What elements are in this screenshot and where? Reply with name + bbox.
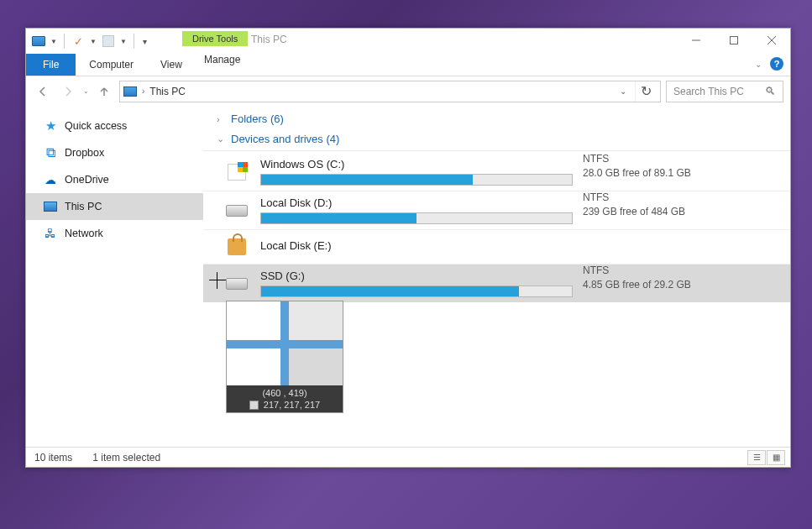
new-folder-icon[interactable] (101, 34, 116, 49)
sidebar-item-label: This PC (65, 201, 102, 212)
item-count: 10 items (34, 452, 72, 464)
chevron-down-icon: ⌄ (217, 134, 226, 144)
navigation-pane: ★ Quick access ⧉ Dropbox ☁ OneDrive This… (26, 106, 203, 447)
drive-name: Local Disk (D:) (260, 196, 777, 209)
star-icon: ★ (43, 118, 58, 134)
drive-free-space: 28.0 GB free of 89.1 GB (583, 167, 691, 179)
color-picker-zoom (227, 301, 343, 385)
expand-ribbon-icon[interactable]: ⌄ (755, 60, 762, 69)
quick-access-toolbar: ▼ ✓ ▼ ▼ ▾ (26, 34, 149, 49)
drive-filesystem: NTFS (583, 191, 685, 203)
os-drive-icon (225, 160, 249, 184)
usage-bar (260, 212, 573, 224)
forward-button[interactable] (58, 81, 78, 102)
chevron-right-icon: › (217, 114, 226, 124)
drive-filesystem: NTFS (583, 153, 691, 165)
color-picker-popup: (460 , 419) 217, 217, 217 (226, 301, 343, 413)
back-button[interactable] (33, 81, 53, 102)
window-controls (677, 29, 790, 52)
sidebar-item-label: Quick access (65, 120, 127, 132)
locked-drive-icon (225, 235, 249, 259)
address-segment[interactable]: This PC (149, 86, 186, 97)
section-label: Devices and drives (4) (231, 133, 339, 145)
cloud-icon: ☁ (43, 172, 58, 187)
tab-file[interactable]: File (26, 54, 76, 76)
status-bar: 10 items 1 item selected ☰ ▦ (26, 447, 790, 467)
sidebar-item-label: Dropbox (65, 147, 104, 159)
tab-view[interactable]: View (147, 54, 196, 76)
chevron-down-icon[interactable]: ▼ (89, 38, 97, 45)
this-pc-icon (123, 86, 137, 97)
network-icon: 🖧︎ (43, 226, 58, 241)
help-icon[interactable]: ? (770, 57, 783, 71)
svg-rect-1 (730, 37, 737, 45)
sidebar-item-label: Network (65, 228, 103, 239)
drive-item-e[interactable]: Local Disk (E:) (203, 230, 790, 264)
refresh-button[interactable]: ↻ (635, 81, 657, 102)
usage-bar (260, 174, 573, 186)
drive-filesystem: NTFS (583, 264, 691, 276)
search-placeholder: Search This PC (673, 86, 765, 97)
picker-rgb: 217, 217, 217 (264, 400, 320, 410)
nav-bar: ⌄ › This PC ⌄ ↻ Search This PC 🔍︎ (26, 76, 790, 106)
search-icon: 🔍︎ (765, 85, 776, 97)
dropbox-icon: ⧉ (43, 145, 58, 160)
sidebar-item-dropbox[interactable]: ⧉ Dropbox (26, 139, 203, 166)
maximize-button[interactable] (715, 29, 752, 52)
picker-coordinates: (460 , 419) (262, 388, 306, 398)
color-swatch (249, 401, 259, 410)
hdd-icon (225, 272, 249, 296)
up-button[interactable] (94, 81, 114, 102)
address-bar[interactable]: › This PC ⌄ ↻ (119, 81, 661, 102)
sidebar-item-onedrive[interactable]: ☁ OneDrive (26, 166, 203, 193)
details-view-button[interactable]: ☰ (747, 450, 766, 465)
search-input[interactable]: Search This PC 🔍︎ (666, 81, 783, 102)
window-title: This PC (251, 34, 287, 45)
chevron-down-icon[interactable]: ▼ (50, 38, 58, 45)
recent-locations-dropdown[interactable]: ⌄ (83, 87, 89, 95)
chevron-down-icon[interactable]: ▼ (119, 38, 128, 45)
large-icons-view-button[interactable]: ▦ (767, 450, 785, 465)
customize-qat-dropdown[interactable]: ▾ (140, 37, 149, 46)
color-picker-info: (460 , 419) 217, 217, 217 (227, 385, 343, 412)
minimize-button[interactable] (677, 29, 715, 52)
ribbon-context-tab[interactable]: Drive Tools (182, 31, 248, 46)
hdd-icon (225, 199, 249, 223)
properties-icon[interactable] (31, 34, 46, 49)
address-dropdown-icon[interactable]: ⌄ (620, 86, 626, 96)
usage-bar (260, 285, 573, 297)
close-button[interactable] (752, 29, 790, 52)
section-devices[interactable]: ⌄ Devices and drives (4) (203, 129, 790, 151)
tab-computer[interactable]: Computer (76, 54, 147, 76)
section-folders[interactable]: › Folders (6) (203, 109, 790, 129)
section-label: Folders (6) (231, 113, 284, 125)
ribbon-tabs: File Computer View Manage ⌄ ? (26, 54, 790, 76)
drive-item-c[interactable]: Windows OS (C:) NTFS 28.0 GB free of 89.… (203, 153, 790, 191)
drive-name: SSD (G:) (260, 270, 777, 282)
selection-count: 1 item selected (92, 452, 160, 464)
chevron-right-icon[interactable]: › (142, 86, 144, 96)
checkmark-icon[interactable]: ✓ (71, 34, 86, 49)
sidebar-item-this-pc[interactable]: This PC (26, 193, 203, 220)
drive-item-d[interactable]: Local Disk (D:) NTFS 239 GB free of 484 … (203, 191, 790, 230)
drive-free-space: 4.85 GB free of 29.2 GB (583, 279, 691, 291)
sidebar-item-network[interactable]: 🖧︎ Network (26, 220, 203, 247)
sidebar-item-label: OneDrive (65, 174, 109, 186)
drive-name: Windows OS (C:) (260, 158, 777, 170)
drive-free-space: 239 GB free of 484 GB (583, 206, 685, 217)
explorer-window: ▼ ✓ ▼ ▼ ▾ Drive Tools This PC File Compu… (25, 28, 791, 468)
drive-item-g[interactable]: SSD (G:) NTFS 4.85 GB free of 29.2 GB (203, 264, 790, 302)
sidebar-item-quick-access[interactable]: ★ Quick access (26, 113, 203, 139)
title-bar: ▼ ✓ ▼ ▼ ▾ Drive Tools This PC (26, 29, 790, 54)
tab-manage[interactable]: Manage (191, 54, 254, 65)
content-area: ★ Quick access ⧉ Dropbox ☁ OneDrive This… (26, 106, 790, 447)
monitor-icon (43, 199, 58, 214)
drive-name: Local Disk (E:) (260, 239, 777, 252)
